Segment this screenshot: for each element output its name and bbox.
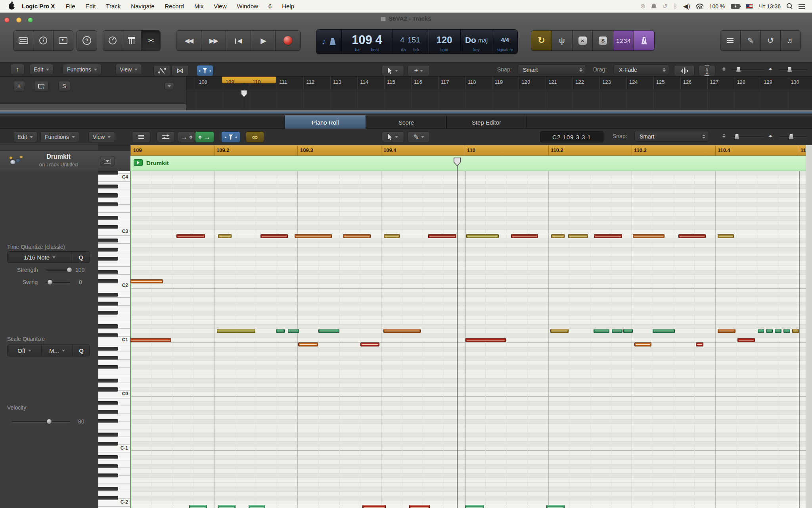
piano-key-black[interactable] (98, 239, 118, 242)
piano-key-black[interactable] (98, 379, 118, 383)
playhead-marker[interactable] (454, 158, 461, 166)
piano-key-black[interactable] (98, 455, 118, 459)
piano-key-black[interactable] (98, 496, 118, 500)
library-button[interactable] (13, 31, 33, 50)
midi-out-button[interactable]: → (195, 131, 214, 142)
piano-key-black[interactable] (98, 202, 118, 206)
pianoroll-h-zoom-slider[interactable] (779, 136, 807, 137)
tab-step-editor[interactable]: Step Editor (446, 115, 527, 129)
tracks-region-lane[interactable] (186, 89, 812, 110)
midi-note-D1[interactable] (318, 329, 339, 333)
menu-item-navigate[interactable]: Navigate (126, 3, 159, 10)
piano-key-black[interactable] (98, 257, 118, 261)
midi-note-D1[interactable] (775, 329, 781, 333)
piano-key-black[interactable] (98, 356, 118, 360)
slider-thumb[interactable] (735, 134, 739, 139)
piano-key-black[interactable] (98, 347, 118, 351)
midi-note-B2[interactable] (176, 234, 205, 238)
circle-x-icon[interactable]: ⊗ (640, 2, 645, 10)
piano-roll-ruler[interactable]: 109109.2109.3109.4110110.2110.3110.411 (130, 145, 806, 156)
midi-note-C1[interactable] (737, 338, 755, 342)
strength-knob[interactable] (67, 267, 72, 273)
vertical-auto-zoom-button[interactable]: ▴▾ (699, 65, 715, 76)
pianoroll-functions-menu[interactable]: Functions (40, 131, 79, 142)
midi-note-B2[interactable] (718, 234, 734, 238)
tuner-button[interactable]: ψ (552, 31, 573, 50)
midi-note-D1[interactable] (288, 329, 299, 333)
midi-note-D1[interactable] (758, 329, 764, 333)
midi-note-B2[interactable] (218, 234, 232, 238)
piano-key-black[interactable] (98, 410, 118, 414)
midi-note-D1[interactable] (783, 329, 790, 333)
piano-key-black[interactable] (98, 225, 118, 229)
scale-quantize-apply-button[interactable]: Q (73, 345, 90, 356)
piano-key-black[interactable] (98, 302, 118, 306)
menu-item-view[interactable]: View (209, 3, 232, 10)
playhead-line[interactable] (457, 166, 458, 508)
apple-menu-icon[interactable] (9, 3, 15, 10)
midi-note-B2[interactable] (551, 234, 565, 238)
piano-key-black[interactable] (98, 270, 118, 274)
metronome-button[interactable] (634, 31, 654, 50)
midi-note-B2[interactable] (343, 234, 371, 238)
h-zoom-icon[interactable]: ◂▸ (768, 133, 772, 139)
region-header-bar[interactable]: Drumkit (130, 156, 806, 171)
midi-note-D1[interactable] (276, 329, 285, 333)
piano-key-black[interactable] (98, 442, 118, 446)
midi-note-D1[interactable] (383, 329, 421, 333)
bluetooth-icon[interactable]: ᛒ (673, 3, 677, 10)
editors-button[interactable]: ✂ (142, 31, 160, 50)
piano-key-black[interactable] (98, 311, 118, 315)
menu-item-6[interactable]: 6 (263, 3, 277, 10)
record-button[interactable] (276, 31, 300, 50)
midi-note-D1[interactable] (766, 329, 773, 333)
piano-key-black[interactable] (98, 185, 118, 189)
piano-key-black[interactable] (98, 248, 118, 252)
midi-note-D1[interactable] (217, 329, 255, 333)
menu-item-file[interactable]: File (60, 3, 80, 10)
piano-key-black[interactable] (98, 419, 118, 423)
menu-item-record[interactable]: Record (160, 3, 189, 10)
midi-note-B0[interactable] (360, 343, 379, 346)
midi-note-B2[interactable] (260, 234, 288, 238)
midi-note-B-3[interactable] (465, 505, 484, 508)
piano-key-black[interactable] (98, 401, 118, 405)
pianoroll-pencil-tool[interactable]: ✎ (408, 131, 430, 142)
tracks-functions-menu[interactable]: Functions (63, 64, 102, 75)
midi-note-B-3[interactable] (218, 505, 236, 508)
tracks-edit-menu[interactable]: Edit (29, 64, 54, 75)
tracks-secondary-tool[interactable]: + (408, 65, 430, 76)
tracks-catch-playhead-button[interactable]: ▸◂ (197, 65, 213, 76)
tracks-drag-dropdown[interactable]: X-Fade (614, 64, 669, 75)
midi-note-B2[interactable] (633, 234, 665, 238)
tracks-snap-dropdown[interactable]: Smart (518, 64, 586, 75)
count-in-button[interactable]: 1234 (613, 31, 634, 50)
slider-thumb[interactable] (789, 134, 793, 139)
piano-key-black[interactable] (98, 464, 118, 468)
lcd-key-segment[interactable]: Do maj key (461, 30, 492, 54)
rewind-button[interactable]: ◀◀ (176, 31, 201, 50)
v-zoom-slider[interactable] (732, 69, 764, 70)
piano-key-black[interactable] (98, 293, 118, 297)
pianoroll-view-menu[interactable]: View (88, 131, 115, 142)
tab-piano-roll[interactable]: Piano Roll (285, 115, 366, 129)
piano-key-black[interactable] (98, 324, 118, 328)
midi-note-B2[interactable] (295, 234, 332, 238)
play-button[interactable]: ▶ (251, 31, 276, 50)
midi-note-B-3[interactable] (362, 505, 386, 508)
time-machine-icon[interactable]: ↺ (662, 2, 667, 10)
midi-note-B-3[interactable] (249, 505, 265, 508)
automation-button[interactable] (153, 65, 171, 76)
midi-note-D1[interactable] (550, 329, 569, 333)
midi-note-B2[interactable] (511, 234, 538, 238)
pianoroll-snap-dropdown[interactable]: Smart (634, 131, 709, 142)
punch-button[interactable]: × (573, 31, 593, 50)
quick-help-button[interactable]: ? (77, 31, 97, 50)
tracks-pointer-tool[interactable] (382, 65, 404, 76)
swing-slider[interactable] (46, 282, 70, 283)
midi-note-B0[interactable] (298, 343, 318, 346)
piano-key-black[interactable] (98, 193, 118, 197)
lcd-signature-segment[interactable]: 4/4 signature (492, 30, 517, 54)
solo-mode-button[interactable]: S (593, 31, 613, 50)
piano-key-black[interactable] (98, 387, 118, 391)
